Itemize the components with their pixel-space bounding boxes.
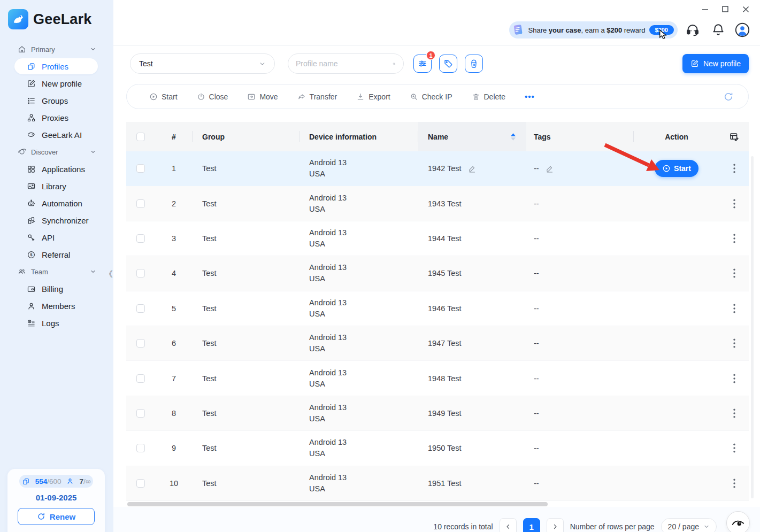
table-row[interactable]: 9TestAndroid 13USA1950 Test-- (126, 431, 749, 466)
row-checkbox[interactable] (136, 269, 145, 277)
discover-icon (18, 148, 26, 156)
chevron-down-icon (90, 149, 96, 155)
page-1-button[interactable]: 1 (523, 518, 540, 532)
profiles-icon (27, 62, 36, 71)
table-row[interactable]: 6TestAndroid 13USA1947 Test-- (126, 326, 749, 361)
recycle-bin-button[interactable] (465, 55, 483, 73)
minimize-button[interactable] (695, 3, 715, 16)
pagination: 10 records in total 1 Number of rows per… (433, 518, 717, 532)
table-row[interactable]: 7TestAndroid 13USA1948 Test-- (126, 361, 749, 396)
sidebar-item-api[interactable]: API (0, 229, 113, 246)
row-checkbox[interactable] (136, 479, 145, 488)
page-size-select[interactable]: 20 / page (661, 518, 717, 532)
row-more-button[interactable] (731, 302, 738, 315)
promo-banner[interactable]: Share your case, earn a $200 reward $200 (509, 21, 678, 38)
vertical-scrollbar[interactable] (751, 156, 754, 498)
row-more-button[interactable] (731, 441, 738, 455)
toolbar-delete[interactable]: Delete (472, 92, 505, 101)
sidebar-item-library[interactable]: Library (0, 178, 113, 195)
row-start-button[interactable]: Start (655, 160, 698, 177)
notifications-button[interactable] (711, 22, 725, 36)
row-checkbox[interactable] (136, 409, 145, 418)
members-icon (27, 302, 36, 311)
sidebar-item-automation[interactable]: Automation (0, 195, 113, 212)
row-more-button[interactable] (731, 336, 738, 350)
sidebar-item-members[interactable]: Members (0, 297, 113, 314)
horizontal-scrollbar[interactable] (127, 502, 548, 506)
select-all-checkbox[interactable] (136, 133, 145, 141)
reward-button[interactable]: $200 (649, 25, 674, 35)
row-more-button[interactable] (731, 372, 738, 385)
table-row[interactable]: 5TestAndroid 13USA1946 Test-- (126, 291, 749, 326)
table-row[interactable]: 2TestAndroid 13USA1943 Test-- (126, 186, 749, 221)
row-checkbox[interactable] (136, 199, 145, 208)
row-more-button[interactable] (731, 161, 738, 175)
sidebar-item-applications[interactable]: Applications (0, 160, 113, 178)
sidebar-item-proxies[interactable]: Proxies (0, 109, 113, 126)
sidebar-item-groups[interactable]: Groups (0, 92, 113, 109)
section-discover[interactable]: Discover (0, 143, 113, 160)
edit-name-icon[interactable] (468, 165, 476, 173)
sidebar-item-profiles[interactable]: Profiles (14, 58, 98, 74)
column-settings-button[interactable] (719, 122, 749, 151)
toolbar-more-button[interactable]: ••• (525, 92, 535, 101)
assistant-fab[interactable] (726, 511, 750, 532)
row-more-button[interactable] (731, 266, 738, 280)
toolbar-move[interactable]: Move (247, 92, 278, 101)
toolbar-start[interactable]: Start (149, 92, 178, 101)
section-primary[interactable]: Primary (0, 41, 113, 58)
row-checkbox[interactable] (136, 374, 145, 383)
group-select[interactable]: Test (130, 53, 275, 74)
sort-toggle[interactable] (511, 133, 516, 141)
sidebar-item-synchronizer[interactable]: Synchronizer (0, 212, 113, 229)
profile-search[interactable] (288, 53, 404, 74)
tags-button[interactable] (439, 55, 457, 73)
close-button[interactable] (735, 3, 756, 16)
row-more-icon (733, 304, 735, 313)
toolbar-transfer[interactable]: Transfer (297, 92, 337, 101)
table-row[interactable]: 10TestAndroid 13USA1951 Test-- (126, 466, 749, 501)
support-button[interactable] (685, 22, 700, 37)
edit-tags-icon[interactable] (546, 165, 554, 173)
search-input[interactable] (296, 59, 393, 68)
prev-page-button[interactable] (500, 518, 517, 532)
row-more-button[interactable] (731, 232, 738, 245)
sidebar-collapse-icon[interactable]: 《 (104, 269, 112, 280)
row-more-button[interactable] (731, 476, 738, 490)
new-profile-button[interactable]: New profile (682, 54, 749, 73)
sidebar-item-logs[interactable]: Logs (0, 314, 113, 331)
row-checkbox[interactable] (136, 444, 145, 452)
row-checkbox[interactable] (136, 164, 145, 173)
row-group: Test (193, 374, 300, 383)
table-row[interactable]: 4TestAndroid 13USA1945 Test-- (126, 256, 749, 291)
table-row[interactable]: 1TestAndroid 13USA1942 Test--Start (126, 151, 749, 186)
toolbar-export[interactable]: Export (356, 92, 390, 101)
next-page-button[interactable] (547, 518, 564, 532)
refresh-table-button[interactable] (723, 91, 734, 102)
sidebar-item-label: Referral (42, 250, 70, 259)
toolbar-check-ip[interactable]: Check IP (410, 92, 452, 101)
sidebar-item-billing[interactable]: Billing (0, 280, 113, 297)
row-checkbox[interactable] (136, 234, 145, 243)
table-row[interactable]: 3TestAndroid 13USA1944 Test-- (126, 221, 749, 256)
col-name[interactable]: Name (418, 122, 526, 151)
toolbar-close[interactable]: Close (197, 92, 228, 101)
table-row[interactable]: 8TestAndroid 13USA1949 Test-- (126, 396, 749, 431)
table-body: 1TestAndroid 13USA1942 Test--Start2TestA… (126, 151, 749, 501)
sidebar-item-label: GeeLark AI (42, 130, 82, 140)
row-more-button[interactable] (731, 197, 738, 211)
renew-button[interactable]: Renew (18, 508, 95, 525)
row-more-button[interactable] (731, 406, 738, 420)
sidebar-item-referral[interactable]: $ Referral (0, 246, 113, 263)
member-count-icon (66, 477, 74, 485)
sidebar-item-geelark-ai[interactable]: GeeLark AI (0, 126, 113, 143)
row-checkbox[interactable] (136, 339, 145, 348)
sidebar-item-new-profile[interactable]: New profile (0, 75, 113, 92)
maximize-button[interactable] (715, 3, 735, 16)
row-more-icon (733, 338, 735, 348)
account-button[interactable] (735, 22, 750, 37)
row-checkbox[interactable] (136, 304, 145, 313)
advanced-filter-button[interactable]: 1 (413, 55, 432, 73)
section-team[interactable]: Team (0, 263, 113, 280)
row-group: Test (193, 339, 300, 348)
